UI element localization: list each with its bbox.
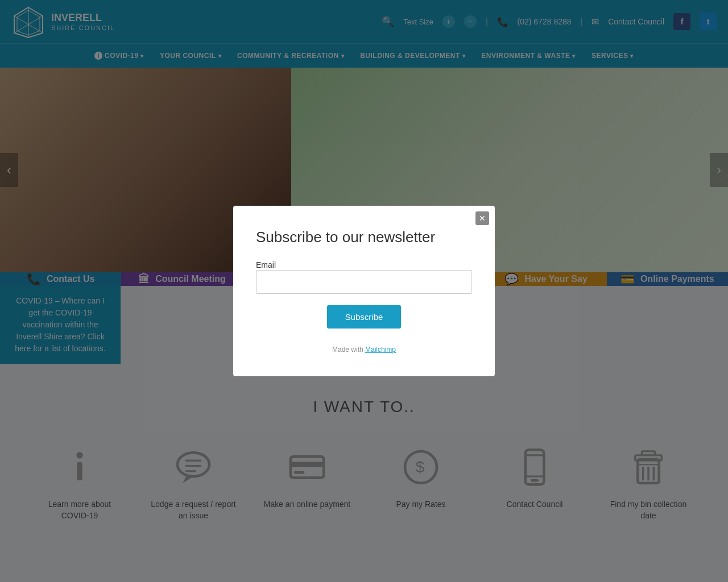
modal-footer: Made with Mailchimp bbox=[256, 346, 472, 354]
modal-title: Subscribe to our newsletter bbox=[256, 228, 472, 246]
modal-close-button[interactable]: ✕ bbox=[475, 211, 489, 225]
modal-overlay[interactable]: ✕ Subscribe to our newsletter Email Subs… bbox=[0, 0, 728, 544]
mailchimp-link[interactable]: Mailchimp bbox=[365, 346, 396, 354]
email-field[interactable] bbox=[256, 270, 472, 294]
email-label: Email bbox=[256, 260, 276, 269]
mailchimp-footer-text: Made with bbox=[332, 346, 365, 354]
newsletter-modal: ✕ Subscribe to our newsletter Email Subs… bbox=[233, 206, 495, 376]
subscribe-button[interactable]: Subscribe bbox=[327, 305, 402, 329]
